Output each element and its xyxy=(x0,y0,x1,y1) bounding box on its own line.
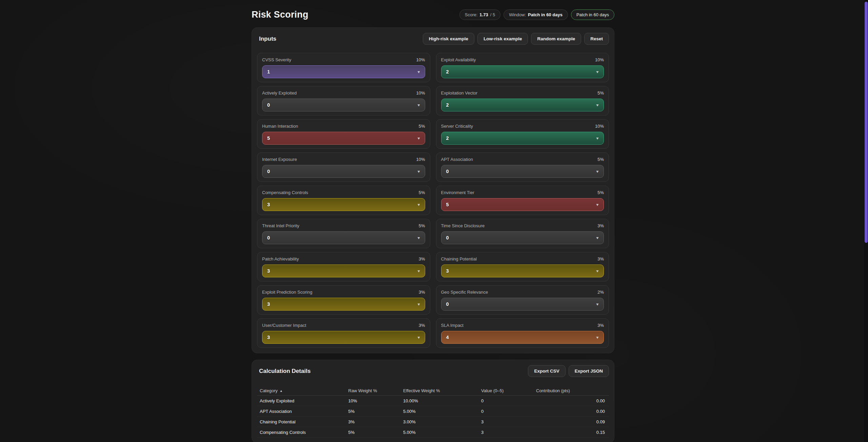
export-csv-button[interactable]: Export CSV xyxy=(528,365,565,377)
low-risk-example-button[interactable]: Low-risk example xyxy=(477,33,528,45)
row-value: 0.00 xyxy=(533,409,609,414)
input-weight-percent: 3% xyxy=(597,223,604,228)
input-card: Patch Achievability 3% 3 ▼ xyxy=(257,252,430,281)
threat-intel-priority-select[interactable]: 0 ▼ xyxy=(262,231,425,244)
input-label: Geo Specific Relevance xyxy=(441,290,488,295)
human-interaction-select[interactable]: 5 ▼ xyxy=(262,132,425,145)
input-label: Server Criticality xyxy=(441,124,473,129)
input-label: Human Interaction xyxy=(262,124,298,129)
row-value: 0 xyxy=(478,409,533,414)
calculation-panel-header: Calculation Details Export CSVExport JSO… xyxy=(257,365,609,377)
row-value: 0 xyxy=(478,398,533,403)
exploit-availability-select[interactable]: 2 ▼ xyxy=(441,65,604,78)
patch-window-badge-text: Patch in 60 days xyxy=(576,12,609,17)
table-row: APT Association5%5.00%00.00 xyxy=(257,406,609,417)
actively-exploited-select[interactable]: 0 ▼ xyxy=(262,99,425,111)
column-header-value-0-5[interactable]: Value (0–5) xyxy=(478,388,533,393)
cvss-severity-select[interactable]: 1 ▼ xyxy=(262,65,425,78)
chevron-down-icon: ▼ xyxy=(417,170,421,173)
exploitation-vector-select[interactable]: 2 ▼ xyxy=(441,99,604,111)
input-select-value: 4 xyxy=(446,335,449,340)
row-value: 5% xyxy=(346,430,400,435)
page-scrollbar-thumb[interactable] xyxy=(865,2,868,243)
input-card: Geo Specific Relevance 2% 0 ▼ xyxy=(436,285,609,315)
geo-specific-relevance-select[interactable]: 0 ▼ xyxy=(441,298,604,311)
input-weight-percent: 5% xyxy=(419,190,425,195)
input-weight-percent: 2% xyxy=(597,290,604,295)
chevron-down-icon: ▼ xyxy=(595,170,599,173)
score-label: Score: xyxy=(465,12,478,17)
apt-association-select[interactable]: 0 ▼ xyxy=(441,165,604,178)
export-button-row: Export CSVExport JSON xyxy=(528,365,609,377)
time-since-disclosure-select[interactable]: 0 ▼ xyxy=(441,231,604,244)
reset-button[interactable]: Reset xyxy=(584,33,609,45)
row-category: APT Association xyxy=(257,409,346,414)
input-card: APT Association 5% 0 ▼ xyxy=(436,152,609,182)
input-card: SLA Impact 3% 4 ▼ xyxy=(436,318,609,348)
server-criticality-select[interactable]: 2 ▼ xyxy=(441,132,604,145)
score-max: / 5 xyxy=(490,12,495,17)
column-header-effective-weight[interactable]: Effective Weight % xyxy=(400,388,478,393)
input-label: SLA Impact xyxy=(441,323,463,328)
patch-achievability-select[interactable]: 3 ▼ xyxy=(262,265,425,277)
input-select-value: 2 xyxy=(446,135,449,141)
chevron-down-icon: ▼ xyxy=(595,70,599,74)
user-customer-impact-select[interactable]: 3 ▼ xyxy=(262,331,425,344)
chevron-down-icon: ▼ xyxy=(595,269,599,273)
input-label: Patch Achievability xyxy=(262,256,299,261)
row-value: 10% xyxy=(346,398,400,403)
input-label: Chaining Potential xyxy=(441,256,477,261)
window-pill: Window: Patch in 60 days xyxy=(504,9,568,20)
input-weight-percent: 5% xyxy=(597,90,604,96)
score-value: 1.73 xyxy=(479,12,488,17)
column-header-contribution-pts[interactable]: Contribution (pts) xyxy=(533,388,609,393)
export-json-button[interactable]: Export JSON xyxy=(569,365,609,377)
chevron-down-icon: ▼ xyxy=(595,236,599,240)
row-value: 3 xyxy=(478,419,533,424)
input-label: Internet Exposure xyxy=(262,157,297,162)
input-weight-percent: 3% xyxy=(419,290,425,295)
random-example-button[interactable]: Random example xyxy=(531,33,581,45)
input-label: Environment Tier xyxy=(441,190,474,195)
input-select-value: 0 xyxy=(446,235,449,240)
input-card: Human Interaction 5% 5 ▼ xyxy=(257,119,430,149)
main-content: Risk Scoring Score: 1.73 / 5 Window: Pat… xyxy=(252,0,614,442)
inputs-panel-title: Inputs xyxy=(257,36,276,42)
calculation-panel: Calculation Details Export CSVExport JSO… xyxy=(252,360,614,442)
chevron-down-icon: ▼ xyxy=(417,70,421,74)
input-select-value: 5 xyxy=(446,202,449,207)
chevron-down-icon: ▼ xyxy=(417,203,421,207)
compensating-controls-select[interactable]: 3 ▼ xyxy=(262,198,425,211)
column-header-raw-weight[interactable]: Raw Weight % xyxy=(346,388,400,393)
input-label: Compensating Controls xyxy=(262,190,308,195)
input-card: CVSS Severity 10% 1 ▼ xyxy=(257,53,430,82)
row-value: 10.00% xyxy=(400,398,478,403)
chevron-down-icon: ▼ xyxy=(595,302,599,306)
row-category: Chaining Potential xyxy=(257,419,346,424)
patch-window-badge: Patch in 60 days xyxy=(571,9,614,20)
exploit-prediction-scoring-select[interactable]: 3 ▼ xyxy=(262,298,425,311)
row-value: 0.00 xyxy=(533,398,609,403)
calculation-table: Category▲Raw Weight %Effective Weight %V… xyxy=(257,386,609,438)
environment-tier-select[interactable]: 5 ▼ xyxy=(441,198,604,211)
row-category: Actively Exploited xyxy=(257,398,346,403)
input-card: Environment Tier 5% 5 ▼ xyxy=(436,186,609,215)
input-select-value: 0 xyxy=(267,169,270,174)
page-scrollbar-track[interactable] xyxy=(864,0,868,442)
chevron-down-icon: ▼ xyxy=(417,269,421,273)
sla-impact-select[interactable]: 4 ▼ xyxy=(441,331,604,344)
input-select-value: 1 xyxy=(267,69,270,75)
chevron-down-icon: ▼ xyxy=(595,203,599,207)
high-risk-example-button[interactable]: High-risk example xyxy=(423,33,474,45)
row-value: 5.00% xyxy=(400,430,478,435)
internet-exposure-select[interactable]: 0 ▼ xyxy=(262,165,425,178)
column-header-category[interactable]: Category▲ xyxy=(257,388,346,393)
input-label: User/Customer Impact xyxy=(262,323,306,328)
input-select-value: 3 xyxy=(267,268,270,274)
input-card: Exploitation Vector 5% 2 ▼ xyxy=(436,86,609,115)
chaining-potential-select[interactable]: 3 ▼ xyxy=(441,265,604,277)
input-select-value: 0 xyxy=(446,301,449,307)
chevron-down-icon: ▼ xyxy=(595,103,599,107)
input-select-value: 3 xyxy=(267,335,270,340)
input-label: Actively Exploited xyxy=(262,90,297,96)
